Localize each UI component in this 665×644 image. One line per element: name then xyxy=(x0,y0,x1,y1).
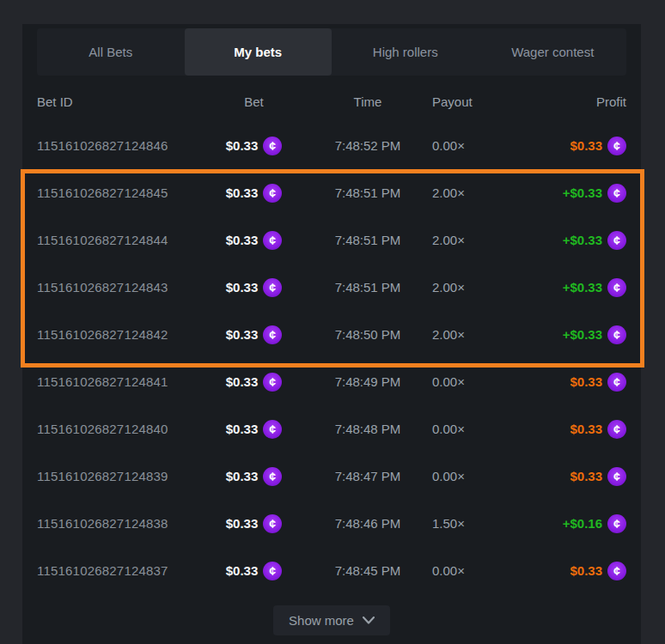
bet-id-cell: 115161026827124839 xyxy=(37,469,196,483)
bet-id-cell: 115161026827124845 xyxy=(37,185,196,200)
coin-icon: ¢ xyxy=(607,137,626,155)
payout-cell: 0.00× xyxy=(424,422,518,436)
table-row[interactable]: 115161026827124842 $0.33 ¢ 7:48:50 PM 2.… xyxy=(37,311,626,358)
bet-cell: $0.33 ¢ xyxy=(226,184,283,203)
table-row[interactable]: 115161026827124846 $0.33 ¢ 7:48:52 PM 0.… xyxy=(37,122,626,169)
col-header-bet: Bet xyxy=(244,94,264,109)
time-cell: 7:48:46 PM xyxy=(335,516,401,531)
time-cell: 7:48:48 PM xyxy=(335,422,401,436)
profit-amount: $0.33 xyxy=(570,374,602,389)
bet-amount: $0.33 xyxy=(226,516,259,531)
table-row[interactable]: 115161026827124838 $0.33 ¢ 7:48:46 PM 1.… xyxy=(37,500,626,547)
profit-cell: $0.33 ¢ xyxy=(570,562,626,580)
profit-cell: $0.33 ¢ xyxy=(570,420,626,439)
bet-amount: $0.33 xyxy=(226,422,259,436)
bet-amount: $0.33 xyxy=(226,185,259,200)
bet-amount: $0.33 xyxy=(226,469,259,483)
profit-cell: +$0.33 ¢ xyxy=(563,231,626,250)
payout-cell: 2.00× xyxy=(424,233,518,247)
coin-icon: ¢ xyxy=(263,325,282,344)
coin-icon: ¢ xyxy=(263,562,282,580)
table-row[interactable]: 115161026827124840 $0.33 ¢ 7:48:48 PM 0.… xyxy=(37,405,626,453)
bet-id-cell: 115161026827124844 xyxy=(37,233,196,247)
bet-amount: $0.33 xyxy=(226,280,259,295)
profit-amount: +$0.33 xyxy=(563,327,602,342)
table-row[interactable]: 115161026827124837 $0.33 ¢ 7:48:45 PM 0.… xyxy=(37,547,626,594)
profit-amount: +$0.33 xyxy=(563,280,602,295)
payout-cell: 0.00× xyxy=(424,138,518,153)
show-more-button[interactable]: Show more xyxy=(273,605,390,635)
bets-tab-bar: All BetsMy betsHigh rollersWager contest xyxy=(37,28,626,76)
bet-cell: $0.33 ¢ xyxy=(226,420,283,439)
bet-cell: $0.33 ¢ xyxy=(226,137,283,155)
coin-icon: ¢ xyxy=(263,420,282,439)
profit-cell: +$0.33 ¢ xyxy=(563,184,626,203)
coin-icon: ¢ xyxy=(263,278,282,297)
coin-icon: ¢ xyxy=(607,231,626,250)
time-cell: 7:48:51 PM xyxy=(335,280,401,295)
bet-amount: $0.33 xyxy=(226,138,259,153)
payout-cell: 1.50× xyxy=(424,516,518,531)
table-row[interactable]: 115161026827124845 $0.33 ¢ 7:48:51 PM 2.… xyxy=(37,169,626,216)
bet-id-cell: 115161026827124837 xyxy=(37,563,196,578)
table-row[interactable]: 115161026827124839 $0.33 ¢ 7:48:47 PM 0.… xyxy=(37,453,626,500)
time-cell: 7:48:49 PM xyxy=(335,374,401,389)
coin-icon: ¢ xyxy=(607,325,626,344)
profit-cell: +$0.33 ¢ xyxy=(563,278,626,297)
payout-cell: 2.00× xyxy=(424,327,518,342)
col-header-profit: Profit xyxy=(596,94,626,109)
bet-amount: $0.33 xyxy=(226,327,259,342)
chevron-down-icon xyxy=(363,617,375,624)
coin-icon: ¢ xyxy=(263,184,282,203)
bet-cell: $0.33 ¢ xyxy=(226,278,283,297)
table-row[interactable]: 115161026827124843 $0.33 ¢ 7:48:51 PM 2.… xyxy=(37,264,626,311)
coin-icon: ¢ xyxy=(607,420,626,439)
profit-cell: $0.33 ¢ xyxy=(570,467,626,486)
coin-icon: ¢ xyxy=(607,184,626,203)
bet-id-cell: 115161026827124840 xyxy=(37,422,196,436)
payout-cell: 2.00× xyxy=(424,280,518,295)
payout-cell: 2.00× xyxy=(424,185,518,200)
coin-icon: ¢ xyxy=(607,373,626,392)
bets-table-body: 115161026827124846 $0.33 ¢ 7:48:52 PM 0.… xyxy=(37,122,626,594)
coin-icon: ¢ xyxy=(607,467,626,486)
profit-amount: +$0.33 xyxy=(563,233,602,247)
profit-amount: $0.33 xyxy=(570,422,602,436)
coin-icon: ¢ xyxy=(607,278,626,297)
col-header-payout: Payout xyxy=(424,94,518,109)
table-row[interactable]: 115161026827124841 $0.33 ¢ 7:48:49 PM 0.… xyxy=(37,358,626,405)
bets-panel: All BetsMy betsHigh rollersWager contest… xyxy=(22,24,641,644)
bet-id-cell: 115161026827124842 xyxy=(37,327,196,342)
profit-amount: +$0.33 xyxy=(563,185,602,200)
bet-cell: $0.33 ¢ xyxy=(226,231,283,250)
profit-cell: +$0.33 ¢ xyxy=(563,325,626,344)
profit-cell: +$0.16 ¢ xyxy=(563,514,626,533)
tab-wager-contest[interactable]: Wager contest xyxy=(479,28,627,76)
bet-cell: $0.33 ¢ xyxy=(226,325,283,344)
time-cell: 7:48:45 PM xyxy=(335,563,401,578)
col-header-time: Time xyxy=(354,94,382,109)
tab-my-bets[interactable]: My bets xyxy=(185,28,332,76)
coin-icon: ¢ xyxy=(263,467,282,486)
bet-id-cell: 115161026827124841 xyxy=(37,374,196,389)
profit-amount: +$0.16 xyxy=(563,516,602,531)
time-cell: 7:48:51 PM xyxy=(335,233,401,247)
payout-cell: 0.00× xyxy=(424,469,518,483)
bet-id-cell: 115161026827124846 xyxy=(37,138,196,153)
time-cell: 7:48:52 PM xyxy=(335,138,401,153)
table-row[interactable]: 115161026827124844 $0.33 ¢ 7:48:51 PM 2.… xyxy=(37,216,626,264)
coin-icon: ¢ xyxy=(607,514,626,533)
bet-amount: $0.33 xyxy=(226,233,259,247)
profit-cell: $0.33 ¢ xyxy=(570,373,626,392)
coin-icon: ¢ xyxy=(263,514,282,533)
profit-amount: $0.33 xyxy=(570,469,602,483)
tab-all-bets[interactable]: All Bets xyxy=(37,28,185,76)
bet-cell: $0.33 ¢ xyxy=(226,467,283,486)
time-cell: 7:48:51 PM xyxy=(335,185,401,200)
profit-amount: $0.33 xyxy=(570,563,602,578)
tab-high-rollers[interactable]: High rollers xyxy=(332,28,479,76)
payout-cell: 0.00× xyxy=(424,374,518,389)
bet-amount: $0.33 xyxy=(226,563,259,578)
time-cell: 7:48:50 PM xyxy=(335,327,401,342)
time-cell: 7:48:47 PM xyxy=(335,469,401,483)
